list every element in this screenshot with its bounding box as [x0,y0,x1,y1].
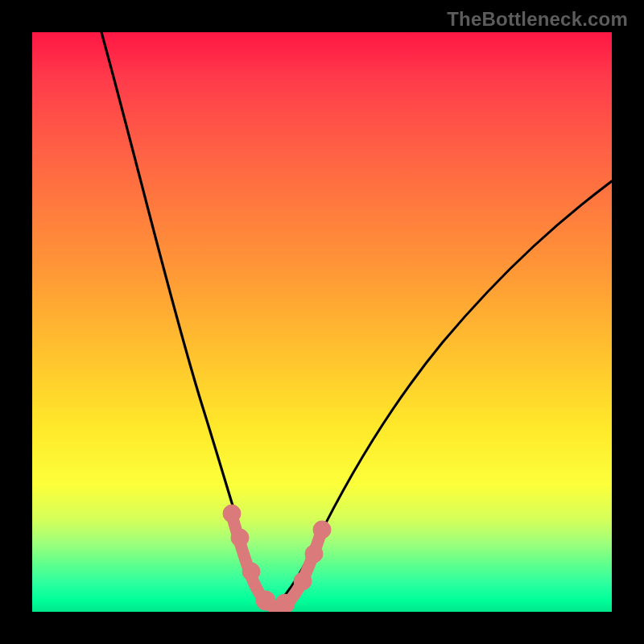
svg-point-5 [294,572,312,590]
svg-point-3 [256,591,275,610]
svg-point-7 [313,521,331,539]
svg-point-2 [242,563,260,580]
chart-plot-area [32,32,612,612]
svg-point-6 [305,545,323,563]
bottleneck-curve-left [101,32,272,607]
svg-point-1 [231,529,249,547]
chart-frame: TheBottleneck.com [0,0,644,644]
svg-point-0 [223,505,241,522]
watermark-text: TheBottleneck.com [447,8,628,31]
chart-svg [32,32,612,612]
highlight-segment [223,505,331,612]
svg-point-4 [275,594,295,612]
